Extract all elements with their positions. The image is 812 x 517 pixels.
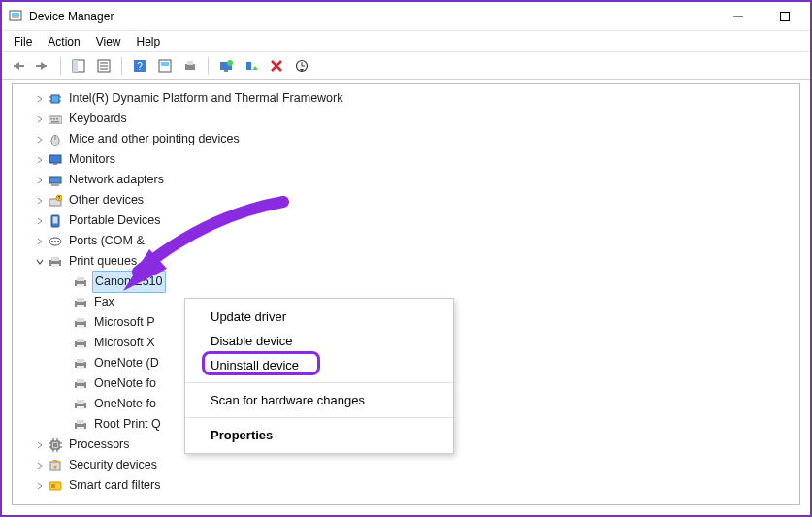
context-menu-properties[interactable]: Properties xyxy=(185,423,453,447)
toolbar: ? xyxy=(2,52,810,80)
svg-rect-33 xyxy=(56,118,58,120)
svg-rect-2 xyxy=(12,16,19,18)
svg-rect-64 xyxy=(77,345,84,348)
tree-node[interactable]: Intel(R) Dynamic Platform and Thermal Fr… xyxy=(13,88,799,109)
printer-icon xyxy=(73,295,88,310)
svg-rect-69 xyxy=(77,379,84,383)
tree-node-label: Processors xyxy=(67,435,132,455)
tree-node-label: Mice and other pointing devices xyxy=(67,129,242,149)
chevron-right-icon xyxy=(34,93,46,105)
tree-node-label: Root Print Q xyxy=(92,414,163,435)
tree-node-label: OneNote fo xyxy=(92,373,158,394)
svg-rect-52 xyxy=(51,264,59,267)
network-icon xyxy=(48,173,63,188)
tree-node-label: Security devices xyxy=(67,455,159,475)
svg-rect-37 xyxy=(49,155,61,163)
tree-node-label: Fax xyxy=(92,292,116,312)
print-button[interactable] xyxy=(179,55,202,77)
printer-icon xyxy=(73,417,88,433)
svg-rect-38 xyxy=(53,163,57,165)
tree-node-label: Print queues xyxy=(67,251,139,272)
menu-action[interactable]: Action xyxy=(40,33,87,50)
processor-icon xyxy=(48,437,63,453)
forward-button[interactable] xyxy=(31,55,54,77)
context-menu-update[interactable]: Update driver xyxy=(185,305,453,329)
properties-button[interactable] xyxy=(92,55,115,77)
printer-icon xyxy=(73,376,88,392)
printer-icon xyxy=(73,275,88,290)
chevron-right-icon xyxy=(34,113,46,125)
tree-node[interactable]: Mice and other pointing devices xyxy=(13,129,799,149)
tree-node[interactable]: Monitors xyxy=(13,149,799,170)
tree-node-label: Intel(R) Dynamic Platform and Thermal Fr… xyxy=(67,88,344,109)
svg-rect-39 xyxy=(49,177,61,183)
minimize-button[interactable] xyxy=(725,7,752,26)
security-icon xyxy=(48,458,63,473)
chevron-right-icon xyxy=(34,439,46,451)
action-button[interactable] xyxy=(153,55,177,77)
update-driver-button[interactable] xyxy=(214,55,238,77)
svg-rect-60 xyxy=(77,318,84,322)
svg-rect-76 xyxy=(77,427,84,430)
context-menu-disable[interactable]: Disable device xyxy=(185,329,453,353)
tree-node-label: Ports (COM & xyxy=(67,231,146,251)
svg-rect-30 xyxy=(49,116,62,124)
chevron-right-icon xyxy=(34,236,46,247)
chip-icon xyxy=(48,91,63,107)
tree-node[interactable]: Network adapters xyxy=(13,170,799,190)
chevron-right-icon xyxy=(34,215,46,227)
svg-rect-66 xyxy=(77,359,84,363)
printer-icon xyxy=(48,254,63,270)
tree-node[interactable]: Portable Devices xyxy=(13,210,799,231)
svg-rect-61 xyxy=(77,325,84,328)
menu-view[interactable]: View xyxy=(88,33,129,50)
separator xyxy=(185,417,453,418)
svg-rect-21 xyxy=(224,70,228,72)
chevron-right-icon xyxy=(34,154,46,166)
uninstall-device-button[interactable] xyxy=(265,55,288,77)
svg-point-19 xyxy=(193,65,195,67)
tree-node[interactable]: Keyboards xyxy=(13,109,799,129)
tree-node-label: Portable Devices xyxy=(67,210,163,231)
menu-file[interactable]: File xyxy=(6,33,40,50)
svg-point-22 xyxy=(227,60,233,66)
scan-hardware-button[interactable] xyxy=(290,55,313,77)
menu-help[interactable]: Help xyxy=(129,33,169,50)
svg-point-88 xyxy=(54,465,57,468)
separator xyxy=(185,382,453,383)
maximize-button[interactable] xyxy=(771,7,798,26)
tree-node[interactable]: Ports (COM & xyxy=(13,231,799,251)
chevron-right-icon xyxy=(34,480,46,492)
mouse-icon xyxy=(48,132,63,147)
svg-rect-16 xyxy=(161,62,169,66)
printer-icon xyxy=(73,315,88,331)
show-hide-button[interactable] xyxy=(67,55,90,77)
svg-rect-34 xyxy=(51,121,59,123)
disable-device-button[interactable] xyxy=(240,55,263,77)
menu-bar: File Action View Help xyxy=(2,31,810,52)
tree-node-label: Microsoft P xyxy=(92,312,157,333)
tree-node-print-queues[interactable]: Print queues xyxy=(13,251,799,272)
chevron-right-icon xyxy=(34,460,46,471)
tree-node[interactable]: ? Other devices xyxy=(13,190,799,210)
context-menu-scan[interactable]: Scan for hardware changes xyxy=(185,388,453,412)
tree-node[interactable]: Security devices xyxy=(13,455,799,475)
svg-rect-25 xyxy=(51,95,59,103)
tree-node-label: Microsoft X xyxy=(92,333,157,353)
svg-rect-78 xyxy=(53,443,57,447)
highlight-annotation xyxy=(202,351,320,375)
app-icon xyxy=(8,9,23,24)
tree-node-label: Keyboards xyxy=(67,109,129,129)
svg-point-49 xyxy=(57,241,59,242)
tree-node-label: Canon E510 xyxy=(92,271,166,293)
chevron-right-icon xyxy=(34,195,46,207)
other-icon: ? xyxy=(48,193,63,209)
tree-node-printer[interactable]: Canon E510 xyxy=(13,272,799,292)
back-button[interactable] xyxy=(6,55,29,77)
svg-rect-32 xyxy=(53,118,55,120)
tree-node[interactable]: Smart card filters xyxy=(13,475,799,496)
help-button[interactable]: ? xyxy=(128,55,151,77)
ports-icon xyxy=(48,234,63,249)
svg-rect-70 xyxy=(77,386,84,389)
context-menu: Update driver Disable device Uninstall d… xyxy=(184,298,454,454)
